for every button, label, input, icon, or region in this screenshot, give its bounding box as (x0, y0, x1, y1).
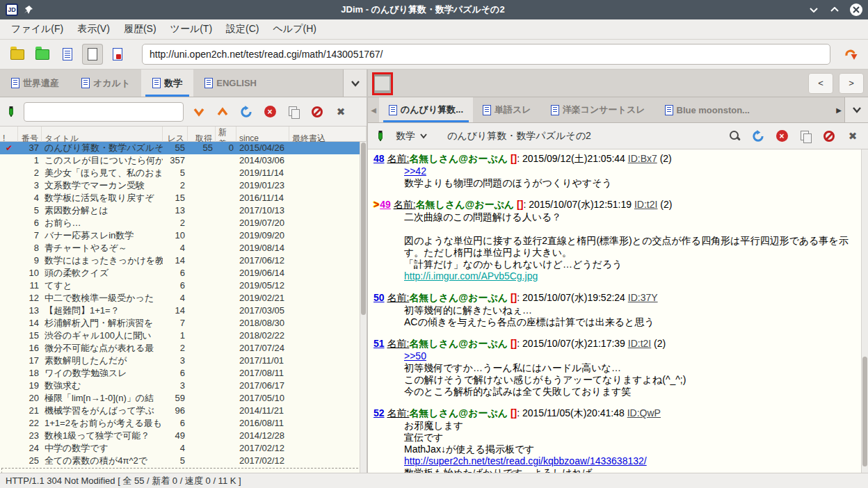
thread-list-row[interactable]: 18ワイの数学勉強スレ62017/08/11 (0, 367, 367, 380)
thread-tab[interactable]: 洋楽コンサートスレ (541, 97, 655, 122)
thread-list-button[interactable] (57, 44, 78, 65)
post-number-link[interactable]: 51 (373, 338, 385, 349)
thread-list-row[interactable]: 11てすと62019/05/12 (0, 279, 367, 292)
list-scrollbar[interactable] (360, 142, 367, 473)
post-name[interactable]: 名無しさん@おーぷん (416, 199, 515, 210)
post-name[interactable]: 名無しさん@おーぷん (409, 407, 508, 418)
post-id-link[interactable]: ID:t2I (628, 338, 651, 349)
write-icon[interactable] (6, 106, 17, 118)
image-next-button[interactable]: > (839, 73, 864, 94)
thread-scrollbar-handle[interactable] (862, 357, 867, 466)
thread-list-row[interactable]: 17素数解明したんだが32017/11/01 (0, 355, 367, 367)
thread-list-row[interactable]: 7バナー応募スレin数学102019/09/20 (0, 229, 367, 242)
thread-list-row[interactable]: 13【超難問】1+1=？142017/03/05 (0, 304, 367, 317)
thread-view-button[interactable] (82, 44, 103, 65)
thread-list-row[interactable]: 24中学の数学です42017/02/12 (0, 442, 367, 455)
thread-scrollbar[interactable] (861, 149, 868, 473)
thread-list-row[interactable]: 16微分不可能な点が表れる最22017/07/24 (0, 342, 367, 355)
thread-list-row[interactable]: ✔37のんびり算数・数学パズルその2555502015/04/26 (0, 142, 367, 154)
write-post-icon[interactable] (375, 130, 386, 143)
thread-list-row[interactable]: 4数学板に活気を取り戻すぞ152016/11/14 (0, 192, 367, 204)
abone-button[interactable] (309, 104, 326, 120)
thread-list-row[interactable]: 2美少女「ほら見て、私のおま52019/11/14 (0, 167, 367, 179)
post-id-link[interactable]: ID:37Y (628, 292, 658, 303)
row-new (216, 455, 236, 467)
image-prev-button[interactable]: < (808, 73, 833, 94)
list-scrollbar-handle[interactable] (361, 143, 366, 315)
board-tab-list-button[interactable] (343, 70, 367, 97)
close-button[interactable] (850, 3, 862, 16)
board-tab[interactable]: オカルト (70, 70, 141, 97)
search-up-button[interactable] (214, 104, 231, 120)
pin-icon[interactable] (24, 5, 33, 15)
thread-list-row[interactable]: 10頭の柔軟クイズ62019/06/14 (0, 267, 367, 279)
thread-stop-button[interactable]: × (773, 128, 790, 145)
thread-list-row[interactable]: 19数強求む32017/06/17 (0, 380, 367, 392)
post-id-link[interactable]: ID:t2I (634, 199, 657, 210)
thread-list-row[interactable]: 8青チャートやるぞ～42019/08/14 (0, 242, 367, 254)
post-number-link[interactable]: 50 (373, 292, 385, 303)
post-name[interactable]: 名無しさん@おーぷん (409, 292, 508, 303)
thread-list-row[interactable]: 15渋谷のギャル100人に聞い12018/02/22 (0, 330, 367, 342)
thread-abone-button[interactable] (821, 128, 837, 145)
url-link[interactable]: http://super2ch.net/test/read.cgi/kqbbzo… (404, 455, 647, 466)
thread-reload-button[interactable] (750, 128, 766, 145)
thread-list-row[interactable]: 12中二で数検準一級受かった42019/02/21 (0, 292, 367, 304)
favorite-board-button[interactable] (32, 44, 53, 65)
image-thumbnail-tab[interactable] (372, 72, 393, 95)
post-name[interactable]: 名無しさん@おーぷん (409, 153, 508, 164)
go-url-button[interactable] (840, 44, 861, 65)
thread-list-row[interactable]: 25全ての素数の積が4π^2で52017/02/12 (0, 455, 367, 467)
url-link[interactable]: http://i.imgur.com/APvb5Cg.jpg (404, 270, 538, 282)
thread-list-row[interactable]: 20極限「lim[n→1-0](n)」の結592017/05/10 (0, 392, 367, 405)
image-view-button[interactable] (107, 44, 128, 65)
close-search-button[interactable]: ✖ (332, 104, 349, 120)
menu-item-5[interactable]: ヘルプ(H) (266, 20, 323, 38)
menu-item-1[interactable]: 表示(V) (70, 20, 117, 38)
reply-anchor-link[interactable]: >>42 (404, 165, 426, 177)
thread-tab[interactable]: 単語スレ (473, 97, 541, 122)
thread-list-row[interactable]: 5素因数分解とは132017/10/13 (0, 204, 367, 217)
thread-tab[interactable]: のんびり算数... (379, 97, 473, 122)
maximize-button[interactable] (829, 4, 840, 15)
post-id-link[interactable]: ID:QwP (627, 407, 661, 418)
reply-anchor-link[interactable]: >>50 (404, 350, 426, 361)
thread-close-button[interactable]: ✖ (844, 128, 861, 145)
thread-tab[interactable]: Blue moonston... (655, 97, 760, 122)
post-number-link[interactable]: 52 (373, 407, 385, 418)
thread-list-row[interactable]: 21機械学習をがんばって学ぶ962014/11/21 (0, 405, 367, 417)
reload-list-button[interactable] (238, 104, 255, 120)
menu-item-0[interactable]: ファイル(F) (4, 20, 70, 38)
thread-list-row[interactable]: 14杉浦解析入門・解析演習を72018/08/30 (0, 317, 367, 330)
thread-list-row[interactable]: 23数検1級って独学で可能？492014/12/28 (0, 430, 367, 442)
post-name[interactable]: 名無しさん@おーぷん (409, 338, 508, 349)
thread-list-row[interactable]: 1このスレが目についたら何か3572014/03/06 (0, 154, 367, 167)
board-search-input[interactable] (24, 102, 184, 122)
thread-tab-list-button[interactable] (844, 97, 868, 122)
board-tab[interactable]: 数学 (141, 70, 193, 97)
url-input[interactable] (142, 44, 830, 65)
menu-item-4[interactable]: 設定(C) (219, 20, 266, 38)
post-number-link[interactable]: 49 (380, 199, 391, 210)
menu-item-2[interactable]: 履歴(S) (117, 20, 163, 38)
post-number-link[interactable]: 48 (373, 153, 385, 164)
stop-load-button[interactable]: × (262, 104, 278, 120)
post-id-link[interactable]: ID:Bx7 (628, 153, 657, 164)
open-board-button[interactable] (7, 44, 28, 65)
tabs-scroll-right-button[interactable]: ▶ (833, 97, 844, 122)
thread-search-button[interactable] (726, 128, 743, 145)
search-down-button[interactable] (191, 104, 207, 120)
thread-list-row[interactable]: 6お前ら…22019/07/20 (0, 217, 367, 229)
board-select-dropdown[interactable]: 数学 (393, 129, 431, 144)
thread-list-row[interactable]: 9数学にはまったきっかけを教142017/06/12 (0, 254, 367, 267)
copy-button[interactable] (285, 104, 302, 120)
thread-copy-button[interactable] (797, 128, 814, 145)
board-tab[interactable]: 世界遺産 (0, 70, 70, 97)
row-got (188, 342, 216, 355)
thread-list-row[interactable]: 221+1=2をお前らが考える最も62016/08/11 (0, 417, 367, 430)
tabs-scroll-left-button[interactable]: ◀ (368, 97, 379, 122)
menu-item-3[interactable]: ツール(T) (163, 20, 220, 38)
minimize-button[interactable] (808, 4, 819, 15)
thread-list-row[interactable]: 3文系数学でマーカン受験22019/01/23 (0, 179, 367, 192)
board-tab[interactable]: ENGLISH (193, 70, 268, 97)
